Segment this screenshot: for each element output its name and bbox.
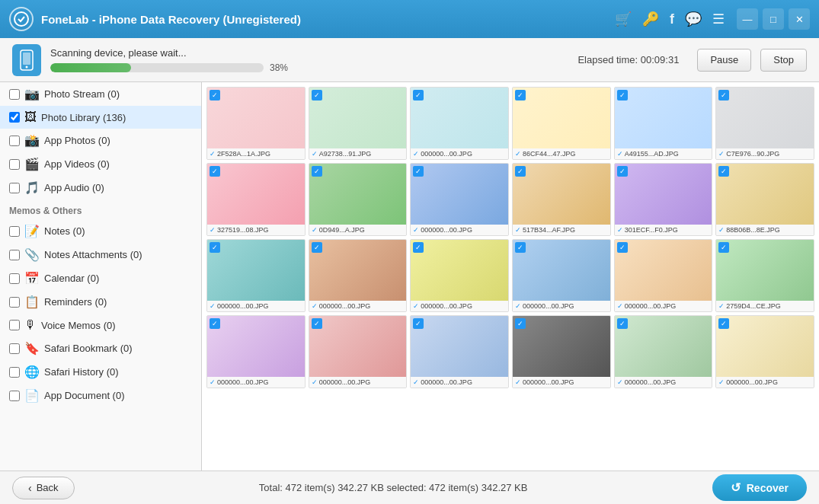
photo-filename: ✓ 000000...00.JPG (411, 225, 508, 235)
photo-check-icon[interactable]: ✓ (718, 242, 729, 253)
photo-cell[interactable]: ✓✓ 2759D4...CE.JPG (715, 239, 814, 312)
reminders-checkbox[interactable] (9, 297, 20, 308)
photo-thumbnail (615, 240, 712, 301)
app-photos-icon: 📸 (24, 133, 40, 148)
app-document-label: App Document (0) (44, 390, 192, 401)
photo-check-icon[interactable]: ✓ (312, 242, 322, 253)
sidebar-item-notes[interactable]: 📝 Notes (0) (0, 219, 201, 243)
photo-cell[interactable]: ✓✓ 301ECF...F0.JPG (614, 163, 713, 236)
photo-cell[interactable]: ✓✓ 0D949...A.JPG (309, 163, 408, 236)
pause-button[interactable]: Pause (697, 49, 751, 72)
photo-check-icon[interactable]: ✓ (312, 90, 322, 100)
photo-cell[interactable]: ✓✓ A49155...AD.JPG (614, 87, 713, 160)
photo-cell[interactable]: ✓✓ 000000...00.JPG (715, 315, 814, 388)
photo-grid: ✓✓ 2F528A...1A.JPG✓✓ A92738...91.JPG✓✓ 0… (206, 87, 814, 388)
photo-cell[interactable]: ✓✓ 000000...00.JPG (206, 239, 306, 312)
photo-check-icon[interactable]: ✓ (413, 90, 424, 100)
maximize-button[interactable]: □ (763, 8, 784, 30)
photo-check-icon[interactable]: ✓ (718, 318, 729, 329)
photo-check-icon[interactable]: ✓ (617, 90, 628, 100)
photo-check-icon[interactable]: ✓ (210, 166, 220, 177)
photo-check-icon[interactable]: ✓ (515, 166, 526, 177)
menu-icon[interactable]: ☰ (712, 11, 725, 27)
photo-cell[interactable]: ✓✓ 000000...00.JPG (309, 239, 408, 312)
sidebar-item-app-photos[interactable]: 📸 App Photos (0) (0, 129, 201, 152)
photo-check-icon[interactable]: ✓ (312, 166, 322, 177)
notes-attachments-icon: 📎 (24, 247, 40, 262)
facebook-icon[interactable]: f (670, 11, 674, 27)
svg-rect-2 (23, 53, 30, 65)
minimize-button[interactable]: — (737, 8, 758, 30)
photo-cell[interactable]: ✓✓ 327519...08.JPG (206, 163, 306, 236)
sidebar-item-safari-bookmark[interactable]: 🔖 Safari Bookmark (0) (0, 337, 201, 360)
photo-check-icon[interactable]: ✓ (617, 166, 628, 177)
photo-filename: ✓ 000000...00.JPG (513, 377, 610, 388)
key-icon[interactable]: 🔑 (642, 11, 659, 27)
photo-check-icon[interactable]: ✓ (413, 318, 424, 329)
photo-thumbnail (615, 88, 712, 148)
safari-history-checkbox[interactable] (9, 367, 20, 378)
photo-check-icon[interactable]: ✓ (515, 318, 526, 329)
app-videos-checkbox[interactable] (9, 159, 20, 170)
photo-cell[interactable]: ✓✓ 86CF44...47.JPG (512, 87, 611, 160)
recover-button[interactable]: ↺ Recover (712, 474, 807, 501)
sidebar-item-app-videos[interactable]: 🎬 App Videos (0) (0, 152, 201, 176)
back-button[interactable]: ‹ Back (12, 477, 75, 499)
safari-bookmark-checkbox[interactable] (9, 343, 20, 354)
photo-check-icon[interactable]: ✓ (312, 318, 322, 329)
calendar-checkbox[interactable] (9, 273, 20, 284)
photo-cell[interactable]: ✓✓ C7E976...90.JPG (715, 87, 814, 160)
photo-cell[interactable]: ✓✓ 000000...00.JPG (410, 87, 509, 160)
photo-thumbnail (309, 240, 407, 301)
photo-cell[interactable]: ✓✓ 517B34...AF.JPG (512, 163, 611, 236)
photo-stream-checkbox[interactable] (9, 89, 20, 100)
photo-check-icon[interactable]: ✓ (718, 166, 729, 177)
sidebar-item-voice-memos[interactable]: 🎙 Voice Memos (0) (0, 314, 201, 337)
photo-check-icon[interactable]: ✓ (617, 242, 628, 253)
photo-cell[interactable]: ✓✓ 000000...00.JPG (410, 239, 509, 312)
app-document-checkbox[interactable] (9, 391, 20, 401)
photo-check-icon[interactable]: ✓ (718, 90, 729, 100)
sidebar-item-photo-library[interactable]: 🖼 Photo Library (136) (0, 106, 201, 129)
photo-library-checkbox[interactable] (9, 112, 20, 123)
photo-check-icon[interactable]: ✓ (210, 90, 220, 100)
sidebar-item-app-document[interactable]: 📄 App Document (0) (0, 384, 201, 407)
app-photos-checkbox[interactable] (9, 136, 20, 146)
photo-cell[interactable]: ✓✓ 000000...00.JPG (614, 315, 713, 388)
photo-check-icon[interactable]: ✓ (515, 242, 526, 253)
photo-cell[interactable]: ✓✓ 000000...00.JPG (512, 239, 611, 312)
sidebar-item-app-audio[interactable]: 🎵 App Audio (0) (0, 176, 201, 199)
photo-check-icon[interactable]: ✓ (210, 242, 220, 253)
progress-percent: 38% (270, 62, 288, 73)
photo-cell[interactable]: ✓✓ 2F528A...1A.JPG (206, 87, 306, 160)
close-button[interactable]: ✕ (789, 8, 810, 30)
photo-cell[interactable]: ✓✓ 000000...00.JPG (206, 315, 306, 388)
sidebar-item-notes-attachments[interactable]: 📎 Notes Attachments (0) (0, 243, 201, 266)
photo-cell[interactable]: ✓✓ 000000...00.JPG (309, 315, 408, 388)
photo-check-icon[interactable]: ✓ (413, 242, 424, 253)
photo-check-icon[interactable]: ✓ (413, 166, 424, 177)
stop-button[interactable]: Stop (760, 49, 807, 72)
app-videos-label: App Videos (0) (44, 158, 192, 170)
sidebar-item-safari-history[interactable]: 🌐 Safari History (0) (0, 360, 201, 384)
sidebar-item-calendar[interactable]: 📅 Calendar (0) (0, 266, 201, 290)
voice-memos-checkbox[interactable] (9, 320, 20, 330)
sidebar-item-photo-stream[interactable]: 📷 Photo Stream (0) (0, 82, 201, 106)
photo-filename: ✓ 517B34...AF.JPG (513, 225, 610, 235)
photo-check-icon[interactable]: ✓ (617, 318, 628, 329)
photo-cell[interactable]: ✓✓ 000000...00.JPG (512, 315, 611, 388)
cart-icon[interactable]: 🛒 (615, 11, 632, 27)
app-audio-checkbox[interactable] (9, 183, 20, 193)
app-photos-label: App Photos (0) (44, 135, 192, 146)
photo-cell[interactable]: ✓✓ 000000...00.JPG (614, 239, 713, 312)
photo-cell[interactable]: ✓✓ 000000...00.JPG (410, 163, 509, 236)
chat-icon[interactable]: 💬 (685, 11, 702, 27)
photo-cell[interactable]: ✓✓ 88B06B...8E.JPG (715, 163, 814, 236)
notes-checkbox[interactable] (9, 226, 20, 237)
notes-attachments-checkbox[interactable] (9, 250, 20, 260)
photo-check-icon[interactable]: ✓ (210, 318, 220, 329)
photo-cell[interactable]: ✓✓ 000000...00.JPG (410, 315, 509, 388)
photo-cell[interactable]: ✓✓ A92738...91.JPG (309, 87, 408, 160)
photo-check-icon[interactable]: ✓ (515, 90, 526, 100)
sidebar-item-reminders[interactable]: 📋 Reminders (0) (0, 290, 201, 314)
